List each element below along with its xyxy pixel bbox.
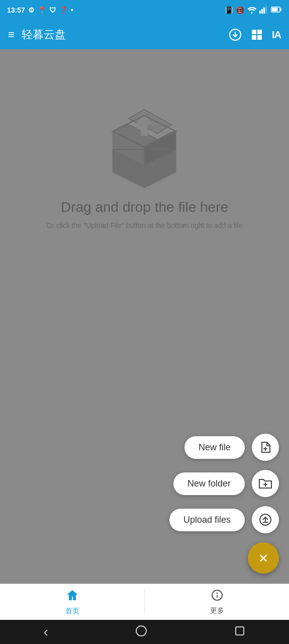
more-label: 更多 (210, 606, 224, 615)
fab-menu: New file New folder Upload (169, 434, 279, 533)
signal-icon (259, 6, 268, 15)
new-file-button[interactable]: New file (184, 436, 245, 459)
app-bar: ≡ 轻暮云盘 IA (0, 20, 289, 49)
svg-point-32 (136, 626, 146, 636)
upload-files-button[interactable]: Upload files (169, 509, 245, 531)
svg-rect-9 (257, 30, 262, 34)
svg-rect-5 (280, 8, 282, 11)
more-icon (211, 589, 224, 605)
svg-rect-3 (265, 6, 267, 14)
settings-icon: ⚙ (28, 6, 35, 14)
app-bar-icons: IA (229, 28, 281, 41)
status-bar-right: 📳 📵 (225, 6, 282, 15)
svg-rect-33 (236, 627, 244, 635)
new-file-row: New file (184, 434, 279, 461)
home-button[interactable] (135, 625, 147, 639)
no-calls-icon: 📵 (236, 6, 244, 14)
svg-rect-10 (252, 35, 256, 40)
svg-rect-11 (257, 35, 262, 40)
recents-button[interactable] (234, 625, 245, 639)
battery-icon (271, 6, 282, 15)
home-label: 首页 (65, 607, 79, 616)
fab-main-button[interactable]: × (248, 542, 279, 574)
app-title: 轻暮云盘 (22, 27, 222, 42)
download-button[interactable] (229, 28, 242, 41)
upload-files-icon-button[interactable] (252, 506, 279, 533)
nav-home[interactable]: 首页 (0, 584, 144, 620)
svg-rect-1 (261, 9, 263, 14)
menu-button[interactable]: ≡ (8, 28, 15, 41)
svg-rect-2 (263, 8, 265, 14)
new-folder-icon-button[interactable] (252, 470, 279, 497)
nav-more[interactable]: 更多 (145, 584, 289, 620)
upload-files-row: Upload files (169, 506, 279, 533)
sort-button[interactable]: IA (272, 29, 281, 41)
drop-title: Drag and drop the file here (51, 199, 238, 215)
status-bar: 13:57 ⚙ 📍 🛡 ❓ • 📳 📵 (0, 0, 289, 20)
location-icon: 📍 (38, 6, 46, 14)
drop-zone: Drag and drop the file here Or click the… (31, 100, 257, 231)
svg-rect-0 (259, 11, 261, 14)
drop-subtitle: Or click the "Upload File" button at the… (31, 220, 257, 231)
svg-rect-8 (252, 30, 256, 34)
new-folder-button[interactable]: New folder (173, 472, 245, 495)
shield-icon: 🛡 (49, 6, 56, 14)
back-button[interactable]: ‹ (44, 624, 48, 640)
dot-icon: • (71, 6, 73, 14)
bottom-nav: 首页 更多 (0, 584, 289, 620)
new-folder-row: New folder (173, 470, 279, 497)
box-illustration (99, 100, 189, 190)
home-icon (65, 588, 79, 606)
grid-view-button[interactable] (251, 29, 263, 41)
status-bar-left: 13:57 ⚙ 📍 🛡 ❓ • (7, 6, 73, 14)
help-icon: ❓ (59, 6, 68, 14)
new-file-icon-button[interactable] (252, 434, 279, 461)
svg-rect-6 (272, 8, 278, 11)
system-nav: ‹ (0, 620, 289, 644)
wifi-icon (247, 6, 257, 15)
main-content: Drag and drop the file here Or click the… (0, 49, 289, 584)
vibrate-icon: 📳 (225, 6, 233, 14)
status-time: 13:57 (7, 6, 25, 14)
